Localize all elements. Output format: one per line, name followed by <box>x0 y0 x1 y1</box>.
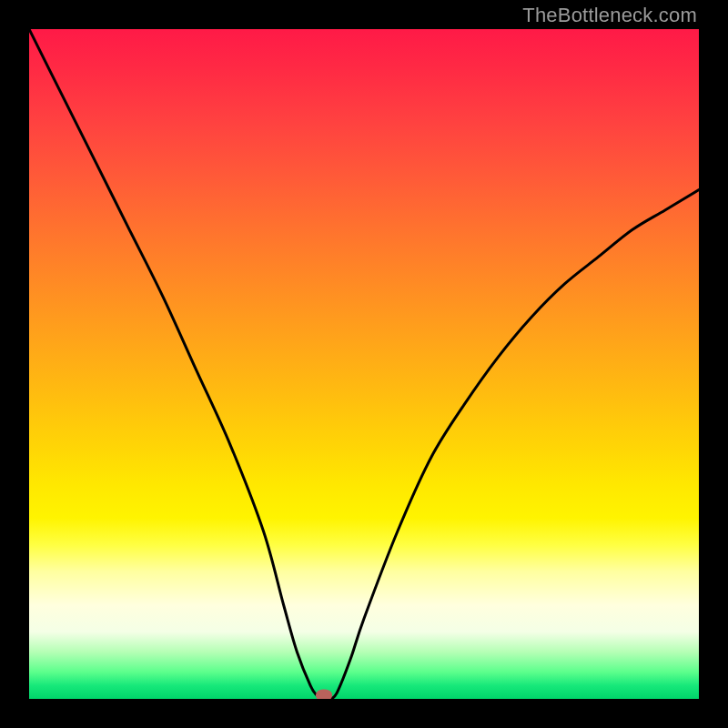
optimal-point-marker <box>316 690 332 700</box>
watermark-text: TheBottleneck.com <box>522 4 697 27</box>
plot-area <box>29 29 699 699</box>
chart-frame: TheBottleneck.com <box>0 0 728 728</box>
curve-layer <box>29 29 699 699</box>
bottleneck-curve <box>29 29 699 699</box>
